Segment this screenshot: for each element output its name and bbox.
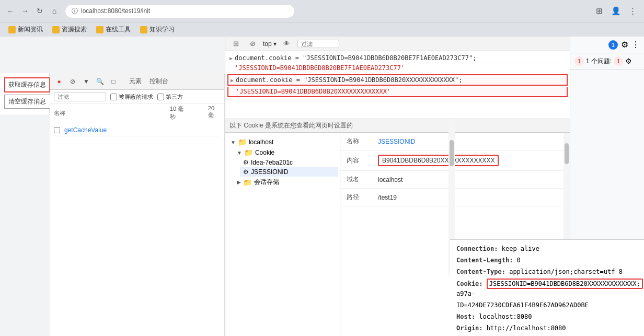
tree-arrow-cookie: ▼ bbox=[237, 150, 242, 156]
http-origin: Origin: http://localhost:8080 bbox=[456, 323, 644, 333]
bookmark-news[interactable]: 新闻资讯 bbox=[4, 24, 47, 35]
bookmark-learn[interactable]: 知识学习 bbox=[136, 24, 179, 35]
http-origin-label: Origin: bbox=[456, 325, 483, 332]
http-connection: Connection: keep-alive bbox=[456, 244, 644, 254]
tree-indent-cookie: ▼ 📁 Cookie ⚙ Idea-7eba201c ⚙ JSESSIONID bbox=[227, 147, 338, 177]
cookie-folder-icon: 📁 bbox=[244, 148, 253, 157]
tree-item-localhost[interactable]: ▼ 📁 localhost bbox=[227, 137, 338, 147]
tree-label-jsessionid: JSESSIONID bbox=[251, 168, 288, 176]
console-text: 'JSESSIONID=B9041DBDB6D8B20BE7F1AE0EAD27… bbox=[235, 64, 405, 72]
bookmark-icon-learn bbox=[140, 26, 147, 33]
devtools-filter-input[interactable] bbox=[297, 40, 339, 48]
browser-actions: ⊞ 👤 ⋮ bbox=[592, 4, 640, 18]
nav-buttons: ← → ↻ ⌂ bbox=[4, 5, 61, 17]
clear-cache-button[interactable]: 清空缓存消息 bbox=[4, 95, 50, 109]
devtools-eye-btn[interactable]: 👁 bbox=[281, 38, 293, 50]
http-connection-label: Connection: bbox=[456, 245, 498, 252]
blocked-requests-checkbox-label[interactable]: 被屏蔽的请求 bbox=[110, 93, 153, 101]
bookmark-label-news: 新闻资讯 bbox=[18, 25, 43, 34]
http-origin-value: http://localhost:8080 bbox=[487, 325, 566, 332]
request-checkbox[interactable] bbox=[54, 127, 60, 133]
tree-indent-session: ▶ 📁 会话存储 bbox=[227, 177, 338, 188]
tree-item-idea[interactable]: ⚙ Idea-7eba201c bbox=[240, 158, 338, 167]
profile-button[interactable]: 👤 bbox=[608, 4, 623, 18]
filter-button[interactable]: ▼ bbox=[81, 76, 91, 87]
devtools-panel: ⊞ ⊘ top ▾ 👁 ▶ document.cookie = "JSESSIO… bbox=[225, 37, 570, 336]
cookie-icon-jsessionid: ⚙ bbox=[243, 168, 249, 176]
forward-button[interactable]: → bbox=[19, 5, 31, 17]
expand-arrow[interactable]: ▶ bbox=[229, 55, 233, 61]
bookmark-icon-tools bbox=[96, 26, 104, 33]
cookie-value-content: B9041DBDB6D8B20XXXXXXXXXXXXX bbox=[378, 155, 499, 166]
left-sidebar: 获取缓存信息 清空缓存消息 bbox=[0, 73, 50, 115]
clear-button[interactable]: ⊘ bbox=[67, 76, 78, 87]
tree-item-session[interactable]: ▶ 📁 会话存储 bbox=[234, 177, 338, 188]
tree-label-session: 会话存储 bbox=[254, 178, 279, 187]
cookie-value-path: /test19 bbox=[378, 194, 397, 201]
request-name[interactable]: getCacheValue bbox=[64, 126, 107, 134]
console-line-highlighted: ▶ document.cookie = "JSESSIONID=B9041DBD… bbox=[227, 74, 568, 86]
home-button[interactable]: ⌂ bbox=[48, 5, 61, 17]
devtools-settings-btn[interactable]: ⚙ bbox=[621, 40, 628, 50]
cookie-label-name: 名称 bbox=[347, 137, 378, 146]
details-scrollbar-thumb bbox=[565, 143, 569, 164]
browser-toolbar: ← → ↻ ⌂ ⓘ localhost:8080/test19/init ⊞ 👤… bbox=[0, 0, 644, 22]
network-filter-input[interactable] bbox=[54, 92, 106, 101]
requests-area: getCacheValue bbox=[50, 122, 224, 138]
http-content-length-value: 0 bbox=[517, 257, 521, 264]
http-content-length: Content-Length: 0 bbox=[456, 256, 644, 265]
folder-icon: 📁 bbox=[238, 138, 247, 146]
tree-indent-cookie-children: ⚙ Idea-7eba201c ⚙ JSESSIONID bbox=[234, 158, 338, 177]
network-panel: ● ⊘ ▼ 🔍 □ 元素 控制台 被屏蔽的请求 第三方 名称 10 毫 bbox=[50, 73, 225, 336]
devtools-toggle-btn[interactable]: ⊞ bbox=[229, 38, 242, 50]
blocked-requests-checkbox[interactable] bbox=[110, 94, 117, 100]
name-col-header: 名称 bbox=[54, 109, 107, 117]
issues-row: 1 1 个问题: 1 ⚙ bbox=[570, 53, 644, 69]
third-party-checkbox[interactable] bbox=[157, 94, 164, 100]
back-button[interactable]: ← bbox=[4, 5, 17, 17]
http-details: Connection: keep-alive Content-Length: 0… bbox=[450, 239, 644, 336]
bookmark-search[interactable]: 资源搜索 bbox=[48, 24, 91, 35]
blocked-requests-label: 被屏蔽的请求 bbox=[119, 93, 153, 101]
record-button[interactable]: ● bbox=[54, 76, 64, 87]
search-network-button[interactable]: 🔍 bbox=[95, 76, 105, 87]
tab-elements[interactable]: 元素 bbox=[126, 76, 145, 86]
tab-console[interactable]: 控制台 bbox=[146, 76, 171, 86]
http-content-type-label: Content-Type: bbox=[456, 268, 505, 275]
address-bar[interactable]: ⓘ localhost:8080/test19/init bbox=[65, 4, 295, 18]
expand-arrow[interactable]: ▶ bbox=[231, 77, 234, 83]
browser-chrome: ← → ↻ ⌂ ⓘ localhost:8080/test19/init ⊞ 👤… bbox=[0, 0, 644, 37]
tick-20ms: 20 毫 bbox=[208, 105, 220, 121]
devtools-no-recording-btn[interactable]: ⊘ bbox=[246, 38, 259, 50]
http-content-length-label: Content-Length: bbox=[456, 257, 513, 264]
devtools-more-btn[interactable]: ⋮ bbox=[631, 40, 640, 50]
bookmark-label-search: 资源搜索 bbox=[62, 25, 87, 34]
tree-item-jsessionid[interactable]: ⚙ JSESSIONID bbox=[240, 167, 338, 177]
right-panel-topbar: 1 ⚙ ⋮ bbox=[570, 37, 644, 53]
third-party-checkbox-label[interactable]: 第三方 bbox=[157, 93, 183, 101]
issues-settings-btn[interactable]: ⚙ bbox=[625, 57, 632, 65]
chevron-down-icon: ▾ bbox=[273, 40, 277, 48]
issues-label: 1 个问题: bbox=[586, 57, 612, 66]
http-content-type-value: application/json;charset=utf-8 bbox=[509, 268, 623, 275]
console-line: ▶ 'JSESSIONID=B9041DBDB6D8B20BE7F1AE0EAD… bbox=[227, 63, 568, 73]
tree-item-cookie[interactable]: ▼ 📁 Cookie bbox=[234, 147, 338, 158]
menu-button[interactable]: ⋮ bbox=[625, 4, 640, 18]
cookie-label-path: 路径 bbox=[347, 193, 378, 202]
console-text-highlight-sub: 'JSESSIONID=B9041DBDB6D8B20XXXXXXXXXXXXX… bbox=[236, 88, 390, 95]
cookie-icon-idea: ⚙ bbox=[243, 159, 249, 166]
console-line: ▶ document.cookie = "JSESSIONID=B9041DBD… bbox=[227, 53, 568, 63]
main-area: 获取缓存信息 清空缓存消息 ● ⊘ ▼ 🔍 □ 元素 控制台 被屏蔽的请求 第三… bbox=[0, 37, 644, 336]
http-connection-val: keep-alive bbox=[502, 245, 539, 252]
bookmark-label-learn: 知识学习 bbox=[150, 25, 175, 34]
bookmarks-bar: 新闻资讯 资源搜索 在线工具 知识学习 bbox=[0, 22, 644, 37]
cookie-value-domain: localhost bbox=[378, 176, 402, 183]
tree-arrow-session: ▶ bbox=[237, 179, 241, 185]
tree-label-idea: Idea-7eba201c bbox=[251, 159, 293, 166]
third-party-label: 第三方 bbox=[166, 93, 183, 101]
get-cache-button[interactable]: 获取缓存信息 bbox=[4, 77, 50, 92]
refresh-button[interactable]: ↻ bbox=[33, 5, 46, 17]
screenshot-button[interactable]: □ bbox=[108, 76, 119, 87]
extensions-button[interactable]: ⊞ bbox=[592, 4, 606, 18]
bookmark-tools[interactable]: 在线工具 bbox=[92, 24, 135, 35]
